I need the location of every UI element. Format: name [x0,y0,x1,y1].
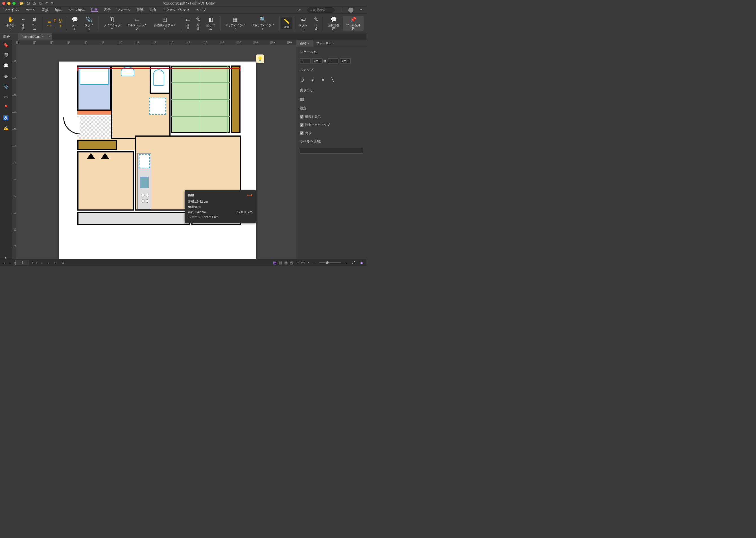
snap-midpoint-icon[interactable]: ◈ [311,77,314,83]
undo-icon[interactable]: ↶ [45,1,48,5]
eraser-tool[interactable]: ◧消しゴム [203,16,219,31]
distance-measurement-line[interactable] [77,68,241,69]
search-highlight-tool[interactable]: 🔍検索してハイライト [248,16,278,31]
replace-icon[interactable]: T [58,24,63,28]
underline-icon[interactable]: U̲ [58,18,63,23]
redo-icon[interactable]: ↷ [51,1,54,5]
hint-lightbulb-icon[interactable]: 💡 [256,54,264,63]
file-tab[interactable]: foxit-pdf20.pdf * × [18,33,52,40]
measure-tool[interactable]: 📏計測 [281,18,292,29]
caret-icon[interactable]: ‸ [52,24,57,28]
view-single-icon[interactable]: ▤ [273,260,276,265]
collapse-ribbon-icon[interactable]: ⌃ [360,8,362,12]
menu-view[interactable]: 表示 [104,8,111,12]
menu-help[interactable]: ヘルプ [196,8,206,12]
select-tool[interactable]: ⌖選択 [18,16,28,31]
layers-icon[interactable]: ◈ [4,74,8,79]
menu-file[interactable]: ファイル▾ [4,8,19,12]
zoom-tool[interactable]: ⊕ズーム [28,16,41,31]
maximize-window-button[interactable] [12,2,16,5]
setting-show-info[interactable]: 情報を表示 [300,115,363,119]
typewriter-tool[interactable]: T|タイプライター [100,16,124,31]
squiggly-icon[interactable]: 〰 [47,24,51,28]
manage-annotations-tool[interactable]: 💬注釈の管理 [325,16,343,31]
file-attach-tool[interactable]: 📎ファイル [81,16,97,31]
snap-path-icon[interactable]: ╲ [331,77,334,83]
close-tab-icon[interactable]: × [48,35,50,39]
search-input[interactable]: ⌕ 簡易検索 [307,7,335,13]
create-tool[interactable]: ✎作成 [311,16,321,31]
print-icon[interactable]: 🖶 [33,1,36,5]
zoom-slider[interactable] [319,262,341,263]
next-page-button[interactable]: › [40,261,44,264]
zoom-in-button[interactable]: + [344,261,348,264]
first-page-button[interactable]: « [2,261,6,264]
menu-accessibility[interactable]: アクセシビリティ [163,8,190,12]
setting-measure-markup[interactable]: 計測マークアップ [300,123,363,127]
export-icon[interactable]: ▦ [300,97,304,102]
last-page-button[interactable]: » [47,261,51,264]
attachments-icon[interactable]: 📎 [3,84,9,89]
open-icon[interactable]: 📂 [20,1,24,5]
menu-annotate[interactable]: 注釈 [91,8,98,12]
callout-icon: ◰ [162,16,167,23]
hand-tool[interactable]: ✋手のひら [3,16,18,31]
fit-page-icon[interactable]: ⛶ [351,261,356,264]
menu-form[interactable]: フォーム [117,8,131,12]
expand-sidebar-icon[interactable]: ▸ [5,256,7,259]
accessibility-icon[interactable]: ♿ [3,115,9,121]
view-continuous-facing-icon[interactable]: ▧ [290,260,293,265]
close-window-button[interactable] [2,2,5,5]
page-layout-2-icon[interactable]: ⧉ [60,261,65,264]
menu-convert[interactable]: 変換 [42,8,49,12]
page-number-input[interactable] [15,260,29,265]
page-layout-icon[interactable]: ⎘ [53,261,58,264]
save-icon[interactable]: 🖫 [27,1,30,5]
strikeout-icon[interactable]: T̶ [52,18,57,23]
new-doc-icon[interactable]: 🗋 [39,1,42,5]
stamp-tool[interactable]: 🏷スタンプ [296,16,311,31]
keep-tool-button[interactable]: 📌ツールを維持 [343,16,364,31]
menu-protect[interactable]: 保護 [136,8,143,12]
panel-tab-format[interactable]: フォーマット [313,40,338,47]
comments-icon[interactable]: 💬 [3,63,9,68]
panel-tab-distance[interactable]: 距離× [297,40,313,47]
zoom-dropdown-icon[interactable]: ▾ [308,261,309,264]
menu-home[interactable]: ホーム [26,8,35,12]
view-facing-icon[interactable]: ▦ [284,260,288,265]
tell-me-icon[interactable]: ⌕≡ [297,8,301,12]
document-viewport[interactable]: 💡 [16,45,297,259]
pencil-tool[interactable]: ✎鉛筆 [193,16,203,31]
signatures-icon[interactable]: ✍ [3,126,9,131]
menu-page-edit[interactable]: ページ編集 [68,8,85,12]
menu-edit[interactable]: 編集 [55,8,62,12]
zoom-out-button[interactable]: − [312,261,316,264]
bookmarks-icon[interactable]: 🔖 [3,42,9,48]
add-label-input[interactable] [300,148,363,154]
highlight-icon[interactable]: ▂ [47,18,51,23]
text-markup-tools[interactable]: ▂ T̶ U̲ 〰 ‸ T [45,18,65,29]
close-panel-tab-icon[interactable]: × [308,42,309,45]
menu-share[interactable]: 共有 [150,8,156,12]
area-highlight-tool[interactable]: ▦エリアハイライト [222,16,248,31]
setting-ruler[interactable]: 定規 [300,131,363,135]
user-avatar[interactable] [349,8,353,13]
start-tab[interactable]: 開始 [0,33,18,40]
scale-to-value[interactable] [328,58,339,64]
note-tool[interactable]: 💬ノート [69,16,81,31]
view-continuous-icon[interactable]: ▥ [279,260,282,265]
scale-from-unit[interactable]: cm▾ [312,58,323,64]
scale-from-value[interactable] [300,58,310,64]
textbox-tool[interactable]: ▭テキストボックス [124,16,150,31]
destinations-icon[interactable]: 📍 [3,105,9,110]
scale-to-unit[interactable]: cm▾ [340,58,351,64]
snap-intersection-icon[interactable]: ⨯ [321,77,325,83]
snap-endpoint-icon[interactable]: ⊙ [300,77,304,83]
fields-icon[interactable]: ▭ [4,94,8,100]
fullscreen-icon[interactable]: ▣ [359,261,364,264]
draw-tool[interactable]: ▭描画 [183,16,193,31]
export-label: 書き出し [300,88,363,92]
minimize-window-button[interactable] [7,2,11,5]
pages-icon[interactable]: 🗐 [4,53,8,58]
callout-tool[interactable]: ◰引出線付きテキスト [150,16,179,31]
